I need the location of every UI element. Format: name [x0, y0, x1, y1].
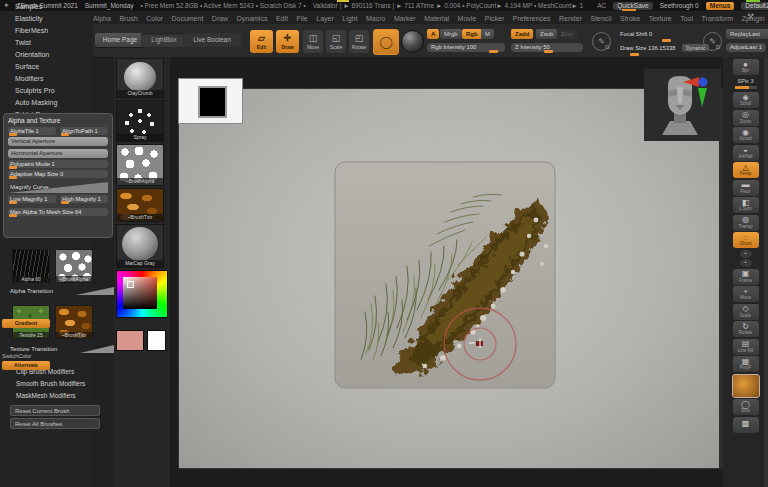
- solo-button[interactable]: ◯ Solo: [733, 399, 759, 415]
- bpr-button[interactable]: ● Bpr: [733, 59, 759, 75]
- palette-menu-item[interactable]: Samples: [15, 3, 42, 10]
- scale-button[interactable]: ◱ Scale: [326, 30, 346, 53]
- menu-item[interactable]: Stroke: [620, 15, 640, 22]
- adaptive-map-size-slider[interactable]: Adaptive Map Size 0: [8, 170, 108, 178]
- gradient-button[interactable]: Gradient: [2, 319, 50, 328]
- zsub-button[interactable]: Zsub: [536, 29, 557, 39]
- aahalf-button[interactable]: ◒ AAHalf: [733, 145, 759, 161]
- tray-nav-down-button[interactable]: •: [740, 259, 752, 267]
- lightbox-button[interactable]: LightBox: [141, 33, 187, 47]
- draw-size-handle[interactable]: [630, 53, 639, 56]
- menu-item[interactable]: Picker: [485, 15, 504, 22]
- palette-menu-item[interactable]: Twist: [15, 39, 31, 46]
- low-magnify-slider[interactable]: Low Magnify 1: [8, 195, 56, 203]
- zadd-button[interactable]: Zadd: [511, 29, 533, 39]
- spix-slider[interactable]: SPix 3: [733, 77, 759, 91]
- active-texture-tile[interactable]: [732, 374, 760, 398]
- move-button[interactable]: ◫ Move: [303, 30, 323, 53]
- menu-item[interactable]: Edit: [276, 15, 288, 22]
- move-button[interactable]: + Move: [733, 286, 759, 302]
- palette-menu-item[interactable]: Elasticity: [15, 15, 43, 22]
- material-preview-sphere[interactable]: [401, 30, 424, 53]
- actual-size-button[interactable]: ◉ Actual: [733, 127, 759, 143]
- rgb-intensity-slider[interactable]: Rgb Intensity 100: [427, 43, 505, 52]
- saturation-value-square[interactable]: [123, 277, 157, 309]
- alternate-button[interactable]: Alternate: [2, 361, 50, 370]
- maskmesh-modifiers-item[interactable]: MaskMesh Modifiers: [16, 392, 76, 399]
- palette-menu-item[interactable]: Modifiers: [15, 75, 43, 82]
- vertical-aperture-slider[interactable]: Vertical Aperture: [8, 137, 108, 146]
- alphatile-slider[interactable]: AlphaTile 1: [8, 127, 56, 135]
- draw-size-slider[interactable]: Draw Size 136.15338: [616, 44, 678, 53]
- frame-button[interactable]: ▣ Frame: [733, 269, 759, 285]
- menu-item[interactable]: Light: [342, 15, 357, 22]
- menu-item[interactable]: File: [296, 15, 307, 22]
- panel-title[interactable]: Alpha and Texture: [8, 117, 108, 124]
- max-alpha-to-mesh-slider[interactable]: Max Alpha To Mesh Size 64: [8, 208, 108, 216]
- home-page-button[interactable]: Home Page: [95, 33, 145, 47]
- tray-nav-up-button[interactable]: •: [740, 250, 752, 258]
- scale-button[interactable]: ◇ Scale: [733, 304, 759, 320]
- zoom-button[interactable]: ◎ Zoom: [733, 110, 759, 126]
- menu-item[interactable]: Color: [146, 15, 163, 22]
- local-symmetry-button[interactable]: ◧ L.Sym: [733, 197, 759, 213]
- menu-item[interactable]: Draw: [212, 15, 228, 22]
- mrgb-button[interactable]: Mrgb: [440, 29, 462, 39]
- menu-item[interactable]: Material: [424, 15, 449, 22]
- replay-last-button[interactable]: ReplayLast: [726, 29, 768, 39]
- menu-item[interactable]: Transform: [702, 15, 734, 22]
- focal-shift-handle[interactable]: [662, 39, 671, 42]
- z-intensity-slider[interactable]: Z Intensity 50: [511, 43, 583, 52]
- menu-item[interactable]: Render: [559, 15, 582, 22]
- menu-item[interactable]: Alpha: [93, 15, 111, 22]
- floor-button[interactable]: ▬ Floor: [733, 180, 759, 196]
- stroke-circle-button[interactable]: ◯: [373, 29, 399, 55]
- alpha-60-thumbnail[interactable]: Alpha 60: [12, 249, 50, 283]
- linefill-button[interactable]: ▤ Line Fill: [733, 339, 759, 355]
- alpha-preview-swatch[interactable]: [178, 78, 243, 124]
- brush-texture-thumbnail[interactable]: ~BrushTxtr: [55, 305, 93, 339]
- menu-item[interactable]: Layer: [316, 15, 334, 22]
- transp-button[interactable]: ◍ Transp: [733, 215, 759, 231]
- rotate-button[interactable]: ↻ Rotate: [733, 321, 759, 337]
- menu-item[interactable]: Tool: [680, 15, 693, 22]
- rgb-button[interactable]: Rgb: [462, 29, 482, 39]
- switch-color-label[interactable]: SwitchColor: [2, 353, 50, 359]
- scroll-button[interactable]: ◈ Scroll: [733, 92, 759, 108]
- menu-item[interactable]: Movie: [458, 15, 477, 22]
- secondary-color-swatch[interactable]: [147, 330, 166, 351]
- adjust-last-slider[interactable]: AdjustLast 1: [726, 43, 766, 52]
- magnify-curve-widget[interactable]: Magnify Curve: [8, 182, 108, 193]
- live-boolean-button[interactable]: Live Boolean: [183, 33, 241, 47]
- menu-item[interactable]: Stencil: [590, 15, 611, 22]
- palette-menu-item[interactable]: Auto Masking: [15, 99, 57, 106]
- rotate-button[interactable]: ◰ Rotate: [349, 30, 369, 53]
- current-brush-thumbnail[interactable]: ClayCrumb: [116, 58, 164, 98]
- axis-gizmo[interactable]: [682, 75, 710, 109]
- zcut-button[interactable]: Zcut: [557, 29, 577, 39]
- palette-menu-item[interactable]: Surface: [15, 63, 39, 70]
- reset-all-brushes-button[interactable]: Reset All Brushes: [10, 418, 100, 429]
- focal-shift-slider[interactable]: Focal Shift 0: [616, 30, 694, 39]
- horizontal-aperture-slider[interactable]: Horizontal Aperture: [8, 149, 108, 158]
- menu-item[interactable]: Preferences: [513, 15, 551, 22]
- edit-button[interactable]: ▱ Edit: [250, 30, 273, 53]
- z-intensity-handle[interactable]: [544, 50, 553, 53]
- menu-item[interactable]: Dynamics: [237, 15, 268, 22]
- aligntopath-slider[interactable]: AlignToPath 1: [60, 127, 108, 135]
- default-zscript-button[interactable]: DefaultZScript: [741, 2, 768, 10]
- current-stroke-thumbnail[interactable]: Spray: [116, 100, 164, 142]
- high-magnify-slider[interactable]: High Magnify 1: [60, 195, 108, 203]
- rgb-intensity-handle[interactable]: [489, 50, 498, 53]
- a-toggle-button[interactable]: A: [427, 29, 439, 39]
- menu-item[interactable]: Macro: [366, 15, 385, 22]
- brush-alpha-thumbnail[interactable]: ~BrushAlpha: [55, 249, 93, 283]
- menu-item[interactable]: Document: [171, 15, 203, 22]
- color-picker[interactable]: [116, 270, 168, 318]
- persp-button[interactable]: △ Persp: [733, 162, 759, 178]
- menu-item[interactable]: Brush: [119, 15, 137, 22]
- current-alpha-thumbnail[interactable]: ~BrushAlpha: [116, 144, 164, 186]
- palette-menu-item[interactable]: FiberMesh: [15, 27, 48, 34]
- grid-button[interactable]: ▩: [733, 417, 759, 433]
- current-texture-thumbnail[interactable]: ~BrushTxtr: [116, 188, 164, 222]
